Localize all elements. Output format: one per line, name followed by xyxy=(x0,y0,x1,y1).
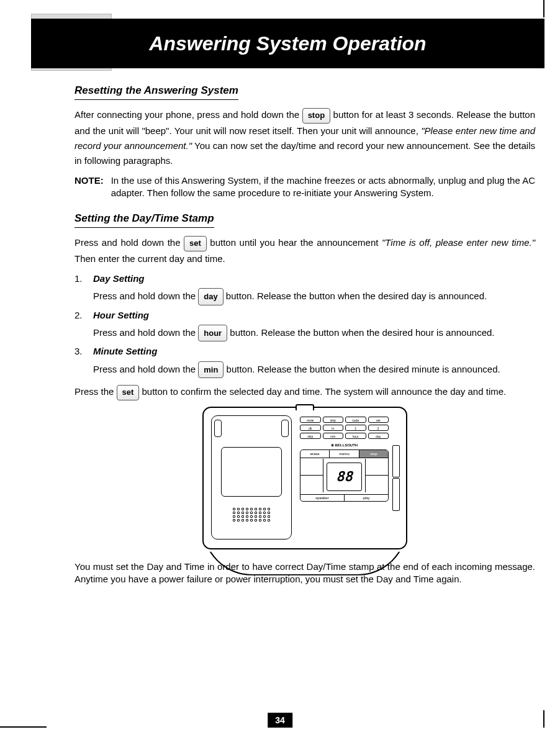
keypad-button: mute xyxy=(300,417,321,423)
keypad-button: day xyxy=(368,433,389,439)
right-controls xyxy=(365,459,388,492)
answering-machine-illustration: mute skip code set db in 1 2 xyxy=(202,407,407,549)
step-number: 2. xyxy=(75,309,84,342)
keypad-button: code xyxy=(345,417,366,423)
keypad-button: 1 xyxy=(345,425,366,431)
step-body: Minute Setting Press and hold down the m… xyxy=(93,345,535,378)
speaker-grille xyxy=(221,508,282,533)
cradle-area xyxy=(221,447,282,497)
note-label: NOTE: xyxy=(75,174,104,200)
text: button. Release the button when the desi… xyxy=(227,364,500,374)
confirm-paragraph: Press the set button to confirm the sele… xyxy=(75,384,535,400)
brand-text: BELLSOUTH xyxy=(335,443,358,447)
memo-button: memo xyxy=(330,450,359,458)
device-figure: mute skip code set db in 1 2 xyxy=(75,407,535,549)
keypad: mute skip code set db in 1 2 xyxy=(300,417,389,502)
set-button-label: set xyxy=(117,385,140,400)
text: Press and hold down the xyxy=(93,364,198,374)
step-text: Press and hold down the min button. Rele… xyxy=(93,364,500,374)
brand-label: ⊕ BELLSOUTH xyxy=(300,443,389,448)
side-slots xyxy=(392,445,400,513)
left-controls xyxy=(300,459,323,492)
step-number: 3. xyxy=(75,345,84,378)
note: NOTE: In the use of this Answering Syste… xyxy=(75,174,535,200)
header-bar: Answering System Operation xyxy=(31,19,544,68)
step-3: 3. Minute Setting Press and hold down th… xyxy=(75,345,535,378)
keypad-button: skip xyxy=(300,433,321,439)
step-text: Press and hold down the day button. Rele… xyxy=(93,291,487,301)
announcement-quote: "Time is off, please enter new time." xyxy=(382,237,535,248)
section-daytime: Setting the Day/Time Stamp Press and hol… xyxy=(75,212,535,585)
step-body: Hour Setting Press and hold down the hou… xyxy=(93,309,535,342)
keypad-button: 2 xyxy=(368,425,389,431)
text: After connecting your phone, press and h… xyxy=(75,109,302,120)
set-button-label: set xyxy=(184,236,207,251)
play-button: play xyxy=(345,495,388,501)
device-tab xyxy=(296,404,314,410)
keypad-button: min xyxy=(323,433,344,439)
speaker-button: speaker xyxy=(300,495,345,501)
text: Press and hold down the xyxy=(93,291,198,301)
step-2: 2. Hour Setting Press and hold down the … xyxy=(75,309,535,342)
reset-paragraph: After connecting your phone, press and h… xyxy=(75,107,535,168)
content: Resetting the Answering System After con… xyxy=(75,84,535,592)
step-1: 1. Day Setting Press and hold down the d… xyxy=(75,273,535,305)
keypad-button: hour xyxy=(345,433,366,439)
crop-mark xyxy=(543,0,544,17)
text: button. Release the button when the desi… xyxy=(226,291,487,301)
keypad-button: db xyxy=(300,425,321,431)
step-number: 1. xyxy=(75,273,84,305)
stop-button-label: stop xyxy=(302,108,330,124)
step-title: Day Setting xyxy=(93,273,535,285)
section-resetting: Resetting the Answering System After con… xyxy=(75,84,535,199)
text: button. Release the button when the desi… xyxy=(230,327,494,338)
note-text: In the use of this Answering System, if … xyxy=(111,174,535,200)
page-title: Answering System Operation xyxy=(149,32,426,55)
text: Press and hold down the xyxy=(93,327,198,338)
keypad-button: in xyxy=(323,425,344,431)
lcd-display: 88 xyxy=(327,463,361,491)
page: Answering System Operation Resetting the… xyxy=(0,0,560,745)
step-title: Minute Setting xyxy=(93,345,535,358)
step-text: Press and hold down the hour button. Rel… xyxy=(93,327,494,338)
text: Then enter the current day and time. xyxy=(75,253,225,264)
keypad-button: set xyxy=(368,417,389,423)
step-body: Day Setting Press and hold down the day … xyxy=(93,273,535,305)
section-heading: Setting the Day/Time Stamp xyxy=(75,212,214,228)
stop-button: stop xyxy=(359,450,388,458)
text: button until you hear the announcement xyxy=(210,237,382,248)
crop-mark xyxy=(543,710,544,728)
intro-paragraph: Press and hold down the set button until… xyxy=(75,235,535,266)
handset-cradle xyxy=(211,415,292,540)
text: Press the xyxy=(75,386,117,397)
min-button-label: min xyxy=(198,361,224,378)
day-button-label: day xyxy=(198,288,223,305)
control-panel: erase memo stop 88 speaker play xyxy=(300,449,389,502)
crop-mark xyxy=(0,726,47,728)
section-heading: Resetting the Answering System xyxy=(75,84,238,100)
text: button to confirm the selected day and t… xyxy=(142,386,507,397)
page-number: 34 xyxy=(268,713,292,728)
step-title: Hour Setting xyxy=(93,309,535,322)
keypad-button: skip xyxy=(323,417,344,423)
text: Press and hold down the xyxy=(75,237,184,248)
hour-button-label: hour xyxy=(198,325,227,341)
erase-button: erase xyxy=(300,450,330,458)
